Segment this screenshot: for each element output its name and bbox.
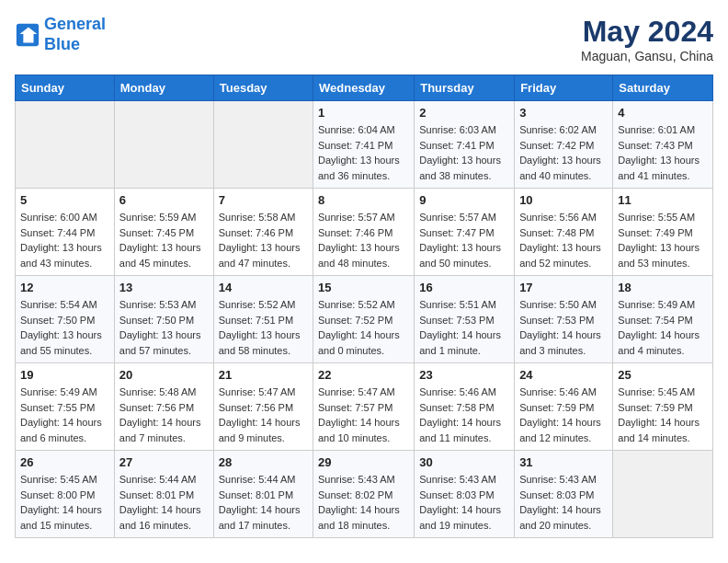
calendar-cell: 8Sunrise: 5:57 AMSunset: 7:46 PMDaylight… [313, 189, 415, 276]
calendar-cell [16, 101, 115, 189]
calendar-cell: 19Sunrise: 5:49 AMSunset: 7:55 PMDayligh… [16, 363, 115, 451]
calendar-cell: 11Sunrise: 5:55 AMSunset: 7:49 PMDayligh… [613, 189, 713, 276]
day-info: Sunrise: 6:01 AMSunset: 7:43 PMDaylight:… [618, 122, 708, 183]
day-info: Sunrise: 5:52 AMSunset: 7:52 PMDaylight:… [318, 297, 409, 358]
day-number: 20 [119, 368, 209, 382]
calendar-cell: 14Sunrise: 5:52 AMSunset: 7:51 PMDayligh… [213, 276, 313, 363]
calendar-cell: 6Sunrise: 5:59 AMSunset: 7:45 PMDaylight… [114, 189, 213, 276]
day-number: 16 [419, 281, 509, 294]
day-info: Sunrise: 5:50 AMSunset: 7:53 PMDaylight:… [519, 297, 608, 358]
day-info: Sunrise: 5:49 AMSunset: 7:55 PMDaylight:… [20, 385, 109, 445]
calendar-cell: 21Sunrise: 5:47 AMSunset: 7:56 PMDayligh… [213, 363, 313, 451]
calendar-cell: 18Sunrise: 5:49 AMSunset: 7:54 PMDayligh… [613, 276, 713, 363]
day-number: 22 [318, 368, 409, 382]
calendar-cell: 20Sunrise: 5:48 AMSunset: 7:56 PMDayligh… [114, 363, 213, 451]
day-info: Sunrise: 5:44 AMSunset: 8:01 PMDaylight:… [119, 472, 209, 533]
day-number: 26 [20, 455, 109, 469]
calendar-cell: 29Sunrise: 5:43 AMSunset: 8:02 PMDayligh… [313, 451, 415, 538]
calendar-cell [114, 101, 213, 189]
calendar-cell: 10Sunrise: 5:56 AMSunset: 7:48 PMDayligh… [515, 189, 613, 276]
calendar-cell: 25Sunrise: 5:45 AMSunset: 7:59 PMDayligh… [613, 363, 713, 451]
day-number: 19 [20, 368, 109, 382]
day-number: 31 [519, 455, 608, 469]
day-number: 29 [318, 455, 409, 469]
day-number: 11 [618, 193, 708, 207]
calendar-cell: 1Sunrise: 6:04 AMSunset: 7:41 PMDaylight… [313, 101, 415, 189]
day-info: Sunrise: 5:47 AMSunset: 7:57 PMDaylight:… [318, 385, 409, 445]
calendar-cell: 13Sunrise: 5:53 AMSunset: 7:50 PMDayligh… [114, 276, 213, 363]
logo: General Blue [15, 15, 106, 54]
weekday-header: Tuesday [213, 75, 313, 101]
day-number: 17 [519, 281, 608, 294]
calendar-cell: 26Sunrise: 5:45 AMSunset: 8:00 PMDayligh… [16, 451, 115, 538]
day-info: Sunrise: 5:59 AMSunset: 7:45 PMDaylight:… [119, 210, 209, 270]
calendar-cell: 22Sunrise: 5:47 AMSunset: 7:57 PMDayligh… [313, 363, 415, 451]
day-info: Sunrise: 6:02 AMSunset: 7:42 PMDaylight:… [519, 122, 608, 183]
day-number: 6 [119, 193, 209, 207]
calendar-week-row: 1Sunrise: 6:04 AMSunset: 7:41 PMDaylight… [16, 101, 713, 189]
day-info: Sunrise: 5:43 AMSunset: 8:03 PMDaylight:… [419, 472, 509, 533]
day-number: 18 [618, 281, 708, 294]
day-info: Sunrise: 6:03 AMSunset: 7:41 PMDaylight:… [419, 122, 509, 183]
day-info: Sunrise: 5:46 AMSunset: 7:59 PMDaylight:… [519, 385, 608, 445]
day-number: 13 [119, 281, 209, 294]
day-number: 14 [219, 281, 308, 294]
weekday-header: Friday [515, 75, 613, 101]
day-info: Sunrise: 5:43 AMSunset: 8:03 PMDaylight:… [519, 472, 608, 533]
day-number: 24 [519, 368, 608, 382]
day-info: Sunrise: 5:45 AMSunset: 8:00 PMDaylight:… [20, 472, 109, 533]
day-number: 30 [419, 455, 509, 469]
calendar-cell: 12Sunrise: 5:54 AMSunset: 7:50 PMDayligh… [16, 276, 115, 363]
weekday-header: Sunday [16, 75, 115, 101]
day-info: Sunrise: 5:58 AMSunset: 7:46 PMDaylight:… [219, 210, 308, 270]
calendar-cell: 3Sunrise: 6:02 AMSunset: 7:42 PMDaylight… [515, 101, 613, 189]
calendar-cell [213, 101, 313, 189]
calendar-week-row: 12Sunrise: 5:54 AMSunset: 7:50 PMDayligh… [16, 276, 713, 363]
day-info: Sunrise: 5:55 AMSunset: 7:49 PMDaylight:… [618, 210, 708, 270]
day-info: Sunrise: 5:45 AMSunset: 7:59 PMDaylight:… [618, 385, 708, 445]
calendar-cell: 24Sunrise: 5:46 AMSunset: 7:59 PMDayligh… [515, 363, 613, 451]
calendar-cell: 15Sunrise: 5:52 AMSunset: 7:52 PMDayligh… [313, 276, 415, 363]
day-info: Sunrise: 5:52 AMSunset: 7:51 PMDaylight:… [219, 297, 308, 358]
weekday-header: Wednesday [313, 75, 415, 101]
month-title: May 2024 [581, 15, 713, 49]
day-info: Sunrise: 5:53 AMSunset: 7:50 PMDaylight:… [119, 297, 209, 358]
weekday-header-row: SundayMondayTuesdayWednesdayThursdayFrid… [16, 75, 713, 101]
day-number: 5 [20, 193, 109, 207]
calendar-cell: 2Sunrise: 6:03 AMSunset: 7:41 PMDaylight… [415, 101, 515, 189]
day-info: Sunrise: 5:56 AMSunset: 7:48 PMDaylight:… [519, 210, 608, 270]
title-block: May 2024 Maguan, Gansu, China [581, 15, 713, 63]
weekday-header: Saturday [613, 75, 713, 101]
logo-line2: Blue [44, 35, 80, 53]
day-number: 7 [219, 193, 308, 207]
day-number: 2 [419, 106, 509, 120]
calendar-table: SundayMondayTuesdayWednesdayThursdayFrid… [15, 75, 713, 538]
calendar-cell: 23Sunrise: 5:46 AMSunset: 7:58 PMDayligh… [415, 363, 515, 451]
day-info: Sunrise: 5:51 AMSunset: 7:53 PMDaylight:… [419, 297, 509, 358]
day-info: Sunrise: 5:57 AMSunset: 7:47 PMDaylight:… [419, 210, 509, 270]
day-info: Sunrise: 6:04 AMSunset: 7:41 PMDaylight:… [318, 122, 409, 183]
day-info: Sunrise: 5:46 AMSunset: 7:58 PMDaylight:… [419, 385, 509, 445]
calendar-cell: 17Sunrise: 5:50 AMSunset: 7:53 PMDayligh… [515, 276, 613, 363]
day-info: Sunrise: 5:48 AMSunset: 7:56 PMDaylight:… [119, 385, 209, 445]
day-info: Sunrise: 5:43 AMSunset: 8:02 PMDaylight:… [318, 472, 409, 533]
day-info: Sunrise: 5:57 AMSunset: 7:46 PMDaylight:… [318, 210, 409, 270]
calendar-week-row: 19Sunrise: 5:49 AMSunset: 7:55 PMDayligh… [16, 363, 713, 451]
day-info: Sunrise: 5:54 AMSunset: 7:50 PMDaylight:… [20, 297, 109, 358]
page-header: General Blue May 2024 Maguan, Gansu, Chi… [15, 15, 713, 63]
day-number: 4 [618, 106, 708, 120]
day-number: 28 [219, 455, 308, 469]
weekday-header: Monday [114, 75, 213, 101]
calendar-cell: 31Sunrise: 5:43 AMSunset: 8:03 PMDayligh… [515, 451, 613, 538]
calendar-cell [613, 451, 713, 538]
day-number: 12 [20, 281, 109, 294]
calendar-week-row: 5Sunrise: 6:00 AMSunset: 7:44 PMDaylight… [16, 189, 713, 276]
day-info: Sunrise: 5:44 AMSunset: 8:01 PMDaylight:… [219, 472, 308, 533]
logo-text: General Blue [44, 15, 106, 54]
day-number: 25 [618, 368, 708, 382]
day-number: 21 [219, 368, 308, 382]
day-number: 9 [419, 193, 509, 207]
calendar-cell: 28Sunrise: 5:44 AMSunset: 8:01 PMDayligh… [213, 451, 313, 538]
location: Maguan, Gansu, China [581, 49, 713, 63]
day-info: Sunrise: 5:49 AMSunset: 7:54 PMDaylight:… [618, 297, 708, 358]
